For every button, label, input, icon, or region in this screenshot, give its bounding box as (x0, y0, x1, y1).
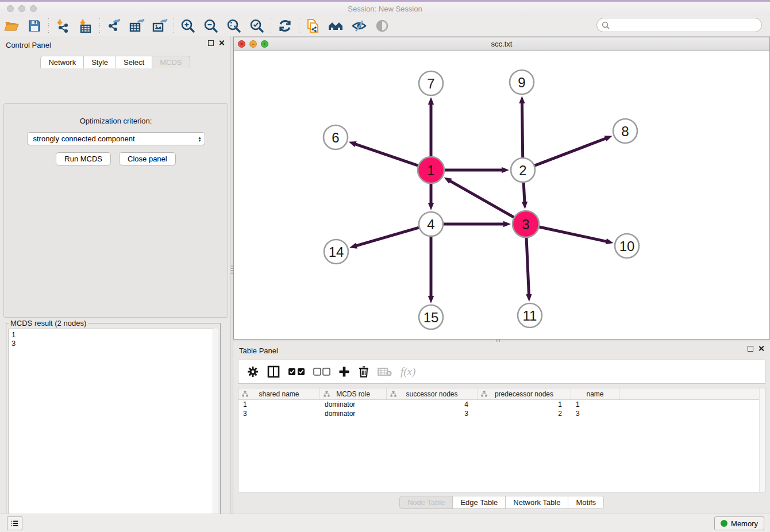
table-panel-title: Table Panel (239, 346, 278, 355)
select-all-columns-button[interactable] (288, 363, 305, 380)
import-network-button[interactable] (51, 17, 74, 35)
table-scrollbar[interactable] (759, 388, 765, 492)
zoom-out-button[interactable] (199, 17, 222, 35)
graph-edge-arrow (606, 238, 614, 244)
column-header-name[interactable]: name (571, 388, 619, 399)
table-cell[interactable]: 1 (478, 400, 571, 409)
splitter-grip (231, 265, 233, 274)
column-header-MCDS-role[interactable]: MCDS role (320, 388, 387, 399)
graph-edge-1-6[interactable] (355, 144, 418, 165)
plus-icon (338, 366, 350, 377)
open-folder-icon (3, 19, 20, 33)
status-bar: Memory (0, 514, 770, 532)
save-session-button[interactable] (23, 17, 46, 35)
graph-edge-2-3[interactable] (523, 183, 525, 203)
table-cell[interactable]: 3 (387, 409, 478, 418)
graph-node-label: 8 (621, 124, 629, 139)
apply-layout-button[interactable] (274, 17, 297, 35)
unselect-all-columns-button[interactable] (313, 363, 330, 380)
memory-button[interactable]: Memory (714, 516, 764, 530)
column-header-predecessor-nodes[interactable]: predecessor nodes (478, 388, 571, 399)
fx-icon: f(x) (401, 365, 415, 378)
close-panel-button[interactable]: Close panel (119, 152, 176, 165)
task-history-button[interactable] (7, 516, 22, 530)
eye-slash-icon (351, 18, 367, 33)
first-neighbors-button[interactable] (325, 17, 348, 35)
delete-rows-button[interactable] (358, 363, 369, 380)
close-panel-icon[interactable] (218, 40, 225, 46)
control-tab-style[interactable]: Style (84, 56, 116, 68)
mcds-result-text[interactable]: 1 3 (8, 329, 218, 532)
eye-disabled-icon (375, 18, 390, 33)
delete-table-button[interactable] (378, 363, 392, 380)
show-column-panel-button[interactable] (267, 363, 280, 380)
graph-node-label: 15 (424, 310, 439, 325)
float-panel-icon[interactable] (208, 40, 214, 46)
table-settings-button[interactable] (247, 363, 259, 380)
function-builder-button[interactable]: f(x) (401, 363, 415, 380)
import-table-button[interactable] (74, 17, 97, 35)
network-close-icon[interactable]: ✕ (238, 40, 245, 48)
run-mcds-button[interactable]: Run MCDS (56, 152, 111, 165)
table-cell[interactable]: 3 (238, 409, 320, 418)
table-panel: Table Panel (233, 342, 770, 514)
network-window-title: scc.txt (234, 40, 769, 48)
duplicate-network-button[interactable] (302, 17, 325, 35)
graph-edge-arrow (428, 203, 434, 210)
table-cell[interactable]: 3 (571, 409, 619, 418)
zoom-in-button[interactable] (176, 17, 199, 35)
mcds-result-scrollbar[interactable] (213, 329, 218, 532)
search-box (596, 18, 762, 32)
columns-icon (267, 365, 280, 378)
column-header-successor-nodes[interactable]: successor nodes (387, 388, 478, 399)
network-minimize-icon[interactable]: − (249, 40, 257, 48)
graph-edge-2-9[interactable] (522, 102, 522, 157)
export-image-button[interactable] (148, 17, 171, 35)
export-table-button[interactable] (125, 17, 148, 35)
zoom-fit-button[interactable] (222, 17, 245, 35)
toolbar-separator (48, 18, 49, 33)
control-tab-select[interactable]: Select (116, 56, 152, 68)
float-panel-icon[interactable] (748, 346, 753, 352)
search-input[interactable] (613, 20, 757, 30)
hide-selected-button[interactable] (348, 17, 371, 35)
graph-node-label: 1 (427, 163, 434, 178)
table-cell[interactable]: 2 (478, 409, 571, 418)
network-maximize-icon[interactable]: + (261, 40, 268, 48)
graph-edge-3-11[interactable] (526, 238, 529, 295)
table-tab-network-table[interactable]: Network Table (506, 496, 568, 509)
table-cell[interactable]: dominator (320, 400, 387, 409)
open-session-button[interactable] (0, 17, 23, 35)
export-network-button[interactable] (102, 17, 125, 35)
memory-label: Memory (731, 519, 758, 528)
network-canvas[interactable]: 7968124314101511 (234, 51, 769, 339)
table-cell[interactable]: 1 (238, 400, 320, 409)
table-row: 3dominator323 (238, 409, 765, 418)
show-all-button[interactable] (371, 17, 394, 35)
table-cell[interactable]: 1 (571, 400, 619, 409)
control-tab-mcds[interactable]: MCDS (152, 56, 190, 68)
mcds-result-group: MCDS result (2 nodes) 1 3 (6, 319, 221, 532)
control-panel-header: Control Panel (0, 36, 230, 52)
column-header-shared-name[interactable]: shared name (238, 388, 320, 399)
unchecked-boxes-icon (313, 368, 330, 376)
table-tab-edge-table[interactable]: Edge Table (453, 496, 506, 509)
graph-edge-arrow (522, 202, 528, 209)
table-tab-node-table[interactable]: Node Table (399, 496, 453, 509)
table-cell[interactable]: dominator (320, 409, 387, 418)
graph-edge-4-14[interactable] (356, 228, 419, 246)
add-row-button[interactable] (338, 363, 350, 380)
graph-edge-3-1[interactable] (449, 180, 514, 217)
graph-node-label: 3 (522, 217, 529, 232)
title-bar: Session: New Session (0, 2, 770, 16)
control-tab-network[interactable]: Network (40, 56, 84, 68)
graph-edge-2-8[interactable] (535, 138, 607, 165)
close-panel-icon[interactable] (758, 345, 764, 352)
graph-edge-3-10[interactable] (539, 227, 607, 242)
graph-edge-arrow (503, 221, 511, 227)
table-tab-motifs[interactable]: Motifs (568, 496, 604, 509)
export-table-icon (128, 18, 145, 34)
zoom-selected-button[interactable] (245, 17, 268, 35)
table-cell[interactable]: 4 (387, 400, 478, 409)
optimization-criterion-select[interactable]: strongly connected component ▴▾ (27, 132, 205, 145)
